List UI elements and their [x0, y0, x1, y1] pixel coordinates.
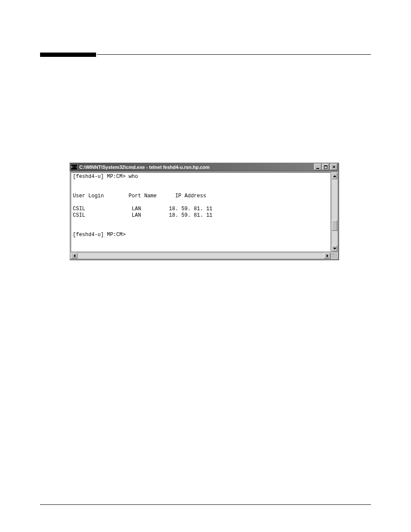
minimize-button[interactable]: [314, 164, 321, 170]
arrow-right-icon: [327, 254, 328, 258]
header-rule-thick: [40, 53, 96, 57]
scroll-right-button[interactable]: [324, 253, 330, 258]
arrow-up-icon: [333, 175, 336, 177]
minimize-icon: [316, 168, 319, 169]
arrow-left-icon: [74, 254, 75, 258]
terminal-line: [feshd4-u] MP:CM>: [73, 232, 125, 238]
scroll-up-button[interactable]: [332, 173, 337, 179]
maximize-button[interactable]: [322, 164, 329, 170]
scroll-left-button[interactable]: [71, 253, 78, 258]
terminal-output[interactable]: [feshd4-u] MP:CM> who User Login Port Na…: [71, 172, 331, 252]
cmd-window: C:\ C:\WINNT\System32\cmd.exe - telnet f…: [69, 162, 339, 260]
terminal-line: User Login Port Name IP Address: [73, 193, 206, 199]
window-body: [feshd4-u] MP:CM> who User Login Port Na…: [70, 171, 338, 259]
close-icon: ✕: [332, 165, 336, 169]
terminal-line: CSIL LAN 18. 59. 81. 11: [73, 212, 212, 218]
window-title: C:\WINNT\System32\cmd.exe - telnet feshd…: [79, 165, 314, 170]
titlebar[interactable]: C:\ C:\WINNT\System32\cmd.exe - telnet f…: [70, 163, 338, 171]
horizontal-scrollbar[interactable]: [71, 252, 331, 259]
scroll-down-button[interactable]: [332, 245, 337, 252]
window-controls: ✕: [314, 164, 337, 170]
vertical-scrollbar[interactable]: [331, 172, 338, 252]
terminal-line: CSIL LAN 18. 59. 81. 11: [73, 206, 212, 212]
resize-grip[interactable]: [331, 252, 338, 259]
footer-rule: [40, 504, 371, 505]
terminal-line: [feshd4-u] MP:CM> who: [73, 174, 138, 180]
arrow-down-icon: [333, 248, 336, 249]
maximize-icon: [324, 165, 327, 169]
header-rule-thin: [97, 54, 371, 55]
cmd-icon: C:\: [71, 164, 78, 170]
close-button[interactable]: ✕: [330, 164, 337, 170]
scroll-thumb-vertical[interactable]: [332, 220, 337, 231]
